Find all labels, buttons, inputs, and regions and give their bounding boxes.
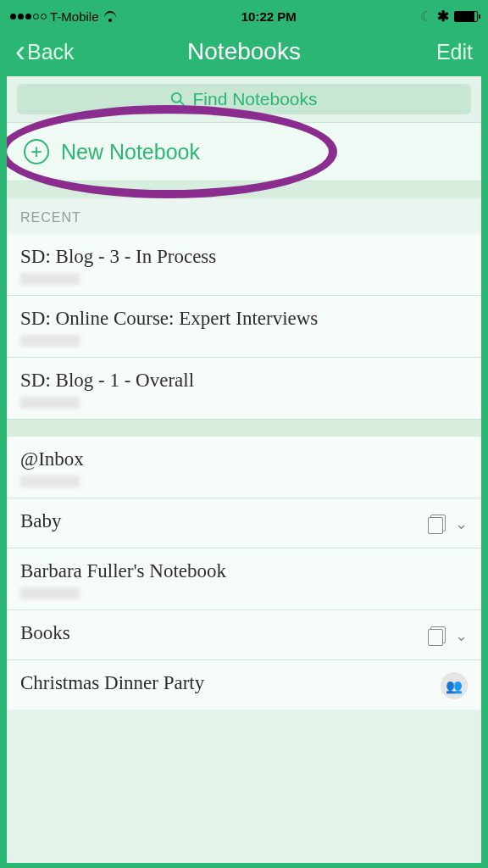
notebook-title: SD: Blog - 1 - Overall [20, 370, 468, 392]
signal-strength-icon [10, 14, 47, 19]
notebook-row[interactable]: Baby ⌄ [7, 498, 481, 548]
notebook-meta-blurred [20, 476, 80, 487]
shared-people-icon: 👥 [441, 672, 468, 699]
notebook-row[interactable]: Christmas Dinner Party 👥 [7, 660, 481, 709]
new-notebook-button[interactable]: + New Notebook [7, 122, 481, 181]
notebook-row[interactable]: SD: Blog - 1 - Overall [7, 358, 481, 420]
nav-bar: ‹ Back Notebooks Edit [7, 27, 481, 76]
notebook-row[interactable]: Books ⌄ [7, 610, 481, 660]
search-icon [170, 92, 186, 107]
svg-line-1 [180, 102, 185, 106]
status-bar: T-Mobile 10:22 PM ☾ ✱ [7, 5, 481, 27]
notebook-title: Books [20, 622, 428, 644]
notebook-row[interactable]: SD: Online Course: Expert Interviews [7, 296, 481, 358]
notebook-meta-blurred [20, 587, 80, 599]
notebook-row[interactable]: Barbara Fuller's Notebook [7, 548, 481, 610]
notebook-meta-blurred [20, 273, 80, 285]
notebook-title: Baby [20, 510, 428, 532]
carrier-label: T-Mobile [50, 9, 99, 24]
clock: 10:22 PM [241, 9, 297, 24]
notebook-meta-blurred [20, 335, 80, 347]
notebook-row[interactable]: @Inbox [7, 437, 481, 498]
battery-icon [454, 11, 478, 22]
notebook-title: SD: Blog - 3 - In Process [20, 246, 468, 268]
plus-circle-icon: + [24, 139, 49, 164]
notebook-title: SD: Online Course: Expert Interviews [20, 308, 468, 330]
recent-section-header: RECENT [7, 198, 481, 234]
notebook-row[interactable]: SD: Blog - 3 - In Process [7, 234, 481, 296]
notebook-title: Christmas Dinner Party [20, 672, 441, 694]
wifi-icon [103, 10, 118, 22]
page-title: Notebooks [187, 38, 301, 65]
new-notebook-label: New Notebook [61, 140, 200, 164]
content-area: Find Notebooks + New Notebook RECENT SD:… [7, 76, 481, 863]
edit-button[interactable]: Edit [436, 40, 473, 64]
bluetooth-icon: ✱ [437, 8, 449, 25]
chevron-left-icon: ‹ [15, 44, 25, 59]
back-button[interactable]: ‹ Back [15, 40, 75, 64]
notebook-title: @Inbox [20, 448, 468, 470]
chevron-down-icon[interactable]: ⌄ [455, 515, 468, 533]
notebook-meta-blurred [20, 397, 80, 409]
search-input[interactable]: Find Notebooks [17, 84, 471, 114]
svg-point-0 [172, 93, 181, 103]
notebook-title: Barbara Fuller's Notebook [20, 560, 468, 582]
notebook-stack-icon [428, 626, 446, 645]
back-label: Back [27, 40, 75, 64]
chevron-down-icon[interactable]: ⌄ [455, 626, 468, 645]
search-placeholder: Find Notebooks [192, 89, 317, 109]
dnd-moon-icon: ☾ [420, 8, 432, 25]
notebook-stack-icon [428, 515, 446, 533]
